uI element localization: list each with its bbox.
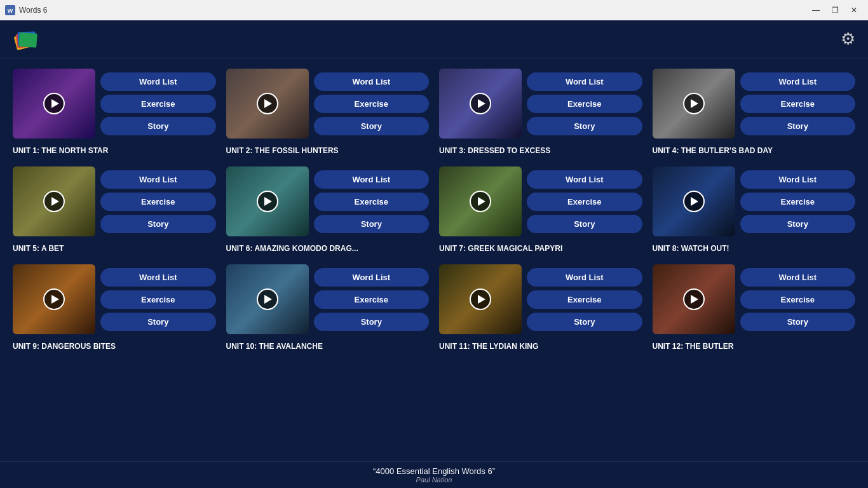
word-list-button-8[interactable]: Word List <box>740 170 856 189</box>
unit-thumbnail-7 <box>439 166 522 236</box>
unit-buttons-3: Word List Exercise Story <box>527 69 642 139</box>
unit-buttons-5: Word List Exercise Story <box>100 166 216 236</box>
story-button-6[interactable]: Story <box>314 215 430 233</box>
unit-title-11: UNIT 11: THE LYDIAN KING <box>439 342 642 351</box>
exercise-button-3[interactable]: Exercise <box>527 95 642 113</box>
unit-thumbnail-4 <box>653 69 735 139</box>
play-button-11[interactable] <box>470 288 491 310</box>
exercise-button-10[interactable]: Exercise <box>314 290 430 309</box>
story-button-8[interactable]: Story <box>740 215 856 233</box>
unit-title-6: UNIT 6: AMAZING KOMODO DRAG... <box>226 244 430 253</box>
unit-thumbnail-6 <box>226 166 309 236</box>
play-button-10[interactable] <box>257 288 278 310</box>
word-list-button-2[interactable]: Word List <box>314 72 430 91</box>
unit-buttons-7: Word List Exercise Story <box>527 166 642 236</box>
word-list-button-11[interactable]: Word List <box>527 268 642 287</box>
word-list-button-10[interactable]: Word List <box>314 268 430 287</box>
exercise-button-11[interactable]: Exercise <box>527 290 642 309</box>
unit-top-12: Word List Exercise Story <box>653 264 856 334</box>
exercise-button-9[interactable]: Exercise <box>100 290 216 309</box>
unit-top-6: Word List Exercise Story <box>226 166 430 236</box>
unit-thumbnail-1 <box>13 69 95 139</box>
unit-top-4: Word List Exercise Story <box>653 69 856 139</box>
unit-buttons-2: Word List Exercise Story <box>314 69 430 139</box>
unit-top-1: Word List Exercise Story <box>13 69 216 139</box>
unit-card-5: Word List Exercise Story UNIT 5: A BET <box>13 166 216 253</box>
unit-thumbnail-8 <box>653 166 735 236</box>
word-list-button-1[interactable]: Word List <box>100 72 216 91</box>
unit-buttons-12: Word List Exercise Story <box>740 264 856 334</box>
word-list-button-3[interactable]: Word List <box>527 72 642 91</box>
word-list-button-12[interactable]: Word List <box>740 268 856 287</box>
unit-card-4: Word List Exercise Story UNIT 4: THE BUT… <box>653 69 856 155</box>
window-title: Words 6 <box>19 6 47 15</box>
story-button-10[interactable]: Story <box>314 313 430 331</box>
svg-text:W: W <box>8 8 13 14</box>
play-button-1[interactable] <box>43 93 65 114</box>
footer-author: Paul Nation <box>416 476 452 484</box>
unit-thumbnail-12 <box>653 264 735 334</box>
play-button-12[interactable] <box>683 288 705 310</box>
unit-title-7: UNIT 7: GREEK MAGICAL PAPYRI <box>439 244 642 253</box>
story-button-9[interactable]: Story <box>100 313 216 331</box>
unit-card-10: Word List Exercise Story UNIT 10: THE AV… <box>226 264 430 351</box>
unit-top-10: Word List Exercise Story <box>226 264 430 334</box>
exercise-button-2[interactable]: Exercise <box>314 95 430 113</box>
unit-top-5: Word List Exercise Story <box>13 166 216 236</box>
play-button-9[interactable] <box>43 288 65 310</box>
story-button-7[interactable]: Story <box>527 215 642 233</box>
play-button-4[interactable] <box>683 93 705 114</box>
unit-top-3: Word List Exercise Story <box>439 69 642 139</box>
unit-card-7: Word List Exercise Story UNIT 7: GREEK M… <box>439 166 642 253</box>
exercise-button-5[interactable]: Exercise <box>100 193 216 211</box>
unit-thumbnail-5 <box>13 166 95 236</box>
story-button-1[interactable]: Story <box>100 117 216 135</box>
unit-card-11: Word List Exercise Story UNIT 11: THE LY… <box>439 264 642 351</box>
play-button-2[interactable] <box>257 93 278 114</box>
word-list-button-9[interactable]: Word List <box>100 268 216 287</box>
story-button-5[interactable]: Story <box>100 215 216 233</box>
maximize-button[interactable]: ❐ <box>826 3 844 17</box>
exercise-button-8[interactable]: Exercise <box>740 193 856 211</box>
unit-buttons-9: Word List Exercise Story <box>100 264 216 334</box>
unit-card-6: Word List Exercise Story UNIT 6: AMAZING… <box>226 166 430 253</box>
exercise-button-4[interactable]: Exercise <box>740 95 856 113</box>
play-button-6[interactable] <box>257 191 278 212</box>
play-button-3[interactable] <box>470 93 491 114</box>
unit-buttons-8: Word List Exercise Story <box>740 166 856 236</box>
story-button-4[interactable]: Story <box>740 117 856 135</box>
story-button-2[interactable]: Story <box>314 117 430 135</box>
unit-buttons-1: Word List Exercise Story <box>100 69 216 139</box>
word-list-button-5[interactable]: Word List <box>100 170 216 189</box>
play-button-5[interactable] <box>43 191 65 212</box>
story-button-12[interactable]: Story <box>740 313 856 331</box>
word-list-button-4[interactable]: Word List <box>740 72 856 91</box>
unit-card-3: Word List Exercise Story UNIT 3: DRESSED… <box>439 69 642 155</box>
settings-icon[interactable]: ⚙ <box>841 29 855 49</box>
play-button-7[interactable] <box>470 191 491 212</box>
word-list-button-7[interactable]: Word List <box>527 170 642 189</box>
unit-buttons-10: Word List Exercise Story <box>314 264 430 334</box>
unit-top-7: Word List Exercise Story <box>439 166 642 236</box>
close-button[interactable]: ✕ <box>845 3 863 17</box>
unit-card-2: Word List Exercise Story UNIT 2: THE FOS… <box>226 69 430 155</box>
unit-title-12: UNIT 12: THE BUTLER <box>653 342 856 351</box>
exercise-button-12[interactable]: Exercise <box>740 290 856 309</box>
exercise-button-1[interactable]: Exercise <box>100 95 216 113</box>
story-button-11[interactable]: Story <box>527 313 642 331</box>
app-footer: “4000 Essential English Words 6” Paul Na… <box>0 461 868 488</box>
unit-title-4: UNIT 4: THE BUTLER’S BAD DAY <box>653 146 856 155</box>
unit-title-9: UNIT 9: DANGEROUS BITES <box>13 342 216 351</box>
unit-thumbnail-9 <box>13 264 95 334</box>
word-list-button-6[interactable]: Word List <box>314 170 430 189</box>
exercise-button-7[interactable]: Exercise <box>527 193 642 211</box>
title-bar: W Words 6 — ❐ ✕ <box>0 0 868 20</box>
minimize-button[interactable]: — <box>807 3 825 17</box>
play-button-8[interactable] <box>683 191 705 212</box>
unit-title-8: UNIT 8: WATCH OUT! <box>653 244 856 253</box>
main-content: Word List Exercise Story UNIT 1: THE NOR… <box>0 58 868 461</box>
unit-top-2: Word List Exercise Story <box>226 69 430 139</box>
exercise-button-6[interactable]: Exercise <box>314 193 430 211</box>
unit-card-8: Word List Exercise Story UNIT 8: WATCH O… <box>653 166 856 253</box>
story-button-3[interactable]: Story <box>527 117 642 135</box>
